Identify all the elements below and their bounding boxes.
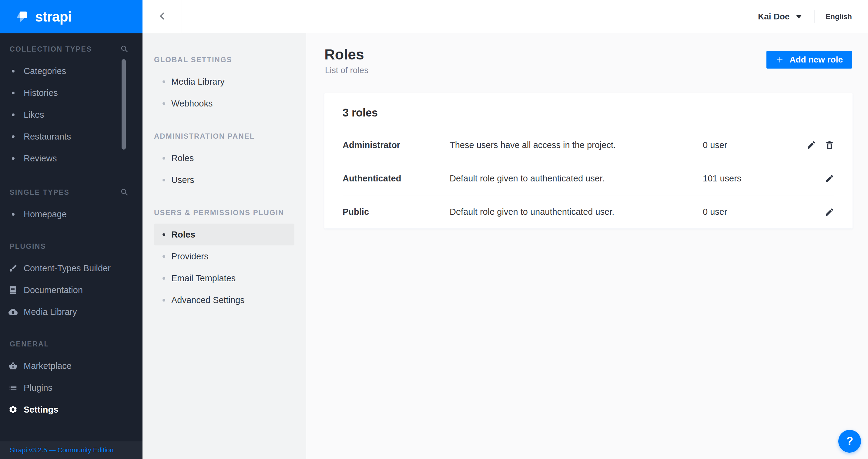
sidebar-item-label: Histories bbox=[24, 88, 58, 98]
sidebar-item-label: Content-Types Builder bbox=[24, 263, 111, 273]
section-label: ADMINISTRATION PANEL bbox=[154, 132, 255, 140]
sidebar-item-content-types-builder[interactable]: Content-Types Builder bbox=[0, 257, 143, 279]
delete-role-button[interactable] bbox=[825, 140, 834, 150]
sidebar-item-restaurants[interactable]: Restaurants bbox=[0, 125, 143, 147]
bullet-icon bbox=[12, 92, 14, 94]
section-label: GENERAL bbox=[10, 340, 129, 348]
role-name: Authenticated bbox=[343, 174, 450, 183]
question-mark-icon: ? bbox=[846, 435, 853, 448]
role-row-authenticated[interactable]: Authenticated Default role given to auth… bbox=[343, 162, 834, 195]
role-name: Public bbox=[343, 207, 450, 217]
sidebar-item-homepage[interactable]: Homepage bbox=[0, 203, 143, 225]
book-icon bbox=[8, 285, 18, 294]
sidebar-item-label: Settings bbox=[24, 405, 58, 415]
bullet-icon bbox=[162, 299, 165, 302]
settings-item-email-templates[interactable]: Email Templates bbox=[154, 267, 294, 289]
settings-item-webhooks[interactable]: Webhooks bbox=[154, 92, 294, 114]
role-user-count: 101 users bbox=[703, 174, 816, 183]
role-row-public[interactable]: Public Default role given to unauthentic… bbox=[343, 195, 834, 228]
help-button[interactable]: ? bbox=[838, 430, 861, 453]
header-right: Kai Doe English bbox=[758, 0, 868, 33]
trash-icon bbox=[825, 140, 834, 150]
language-selector[interactable]: English bbox=[826, 12, 852, 21]
search-icon[interactable] bbox=[120, 188, 129, 197]
section-label: COLLECTION TYPES bbox=[10, 45, 120, 53]
chevron-down-icon bbox=[796, 15, 802, 19]
edit-role-button[interactable] bbox=[806, 140, 816, 150]
settings-item-label: Media Library bbox=[171, 77, 225, 87]
settings-item-label: Providers bbox=[171, 252, 209, 261]
sidebar-item-label: Reviews bbox=[24, 153, 57, 164]
version-link[interactable]: Strapi v3.2.5 — Community Edition bbox=[10, 446, 114, 454]
user-name: Kai Doe bbox=[758, 12, 789, 22]
settings-sidebar: GLOBAL SETTINGS Media Library Webhooks A… bbox=[143, 33, 306, 459]
bullet-icon bbox=[162, 80, 165, 83]
sidebar-item-categories[interactable]: Categories bbox=[0, 60, 143, 82]
section-collection-types: COLLECTION TYPES bbox=[0, 38, 143, 60]
settings-item-label: Roles bbox=[171, 230, 195, 240]
bullet-icon bbox=[12, 70, 14, 73]
user-menu[interactable]: Kai Doe bbox=[758, 12, 802, 22]
sidebar-item-label: Categories bbox=[24, 66, 66, 76]
settings-item-admin-users[interactable]: Users bbox=[154, 169, 294, 191]
top-header: strapi Kai Doe English bbox=[0, 0, 868, 33]
role-user-count: 0 user bbox=[703, 207, 816, 217]
edit-role-button[interactable] bbox=[825, 207, 834, 217]
section-label: PLUGINS bbox=[10, 242, 129, 251]
sidebar-item-likes[interactable]: Likes bbox=[0, 104, 143, 125]
section-label: USERS & PERMISSIONS PLUGIN bbox=[154, 208, 284, 217]
main-sidebar: COLLECTION TYPES Categories Histories Li… bbox=[0, 33, 143, 459]
section-label: GLOBAL SETTINGS bbox=[154, 56, 232, 64]
settings-item-providers[interactable]: Providers bbox=[154, 246, 294, 267]
sidebar-item-documentation[interactable]: Documentation bbox=[0, 279, 143, 301]
sidebar-item-marketplace[interactable]: Marketplace bbox=[0, 355, 143, 377]
settings-item-up-roles[interactable]: Roles bbox=[154, 224, 294, 246]
sidebar-item-reviews[interactable]: Reviews bbox=[0, 147, 143, 169]
bullet-icon bbox=[162, 179, 165, 181]
page-title: Roles bbox=[324, 46, 364, 63]
section-general: GENERAL bbox=[0, 333, 143, 355]
brush-icon bbox=[8, 264, 18, 273]
section-plugins: PLUGINS bbox=[0, 235, 143, 257]
settings-item-label: Email Templates bbox=[171, 273, 236, 283]
pencil-icon bbox=[806, 140, 816, 150]
role-description: Default role given to unauthenticated us… bbox=[450, 207, 703, 217]
scrollbar-thumb[interactable] bbox=[122, 59, 126, 149]
bullet-icon bbox=[12, 113, 14, 116]
add-new-role-button[interactable]: Add new role bbox=[767, 51, 852, 68]
settings-item-advanced-settings[interactable]: Advanced Settings bbox=[154, 289, 294, 311]
sidebar-item-label: Homepage bbox=[24, 209, 67, 219]
gear-icon bbox=[8, 405, 18, 414]
settings-item-label: Users bbox=[171, 175, 194, 185]
settings-item-admin-roles[interactable]: Roles bbox=[154, 147, 294, 169]
section-administration-panel: ADMINISTRATION PANEL bbox=[143, 125, 306, 147]
sidebar-item-label: Media Library bbox=[24, 307, 77, 317]
pencil-icon bbox=[825, 174, 834, 183]
section-global-settings: GLOBAL SETTINGS bbox=[143, 49, 306, 71]
bullet-icon bbox=[12, 135, 14, 138]
role-description: Default role given to authenticated user… bbox=[450, 174, 703, 183]
roles-count: 3 roles bbox=[343, 93, 834, 128]
header-divider bbox=[814, 10, 815, 23]
search-icon[interactable] bbox=[120, 45, 129, 54]
settings-item-media-library[interactable]: Media Library bbox=[154, 71, 294, 92]
role-row-administrator[interactable]: Administrator These users have all acces… bbox=[343, 128, 834, 162]
bullet-icon bbox=[162, 277, 165, 280]
brand-name: strapi bbox=[35, 8, 71, 25]
sidebar-item-label: Plugins bbox=[24, 383, 53, 393]
bullet-icon bbox=[162, 157, 165, 160]
role-description: These users have all access in the proje… bbox=[450, 140, 703, 150]
edit-role-button[interactable] bbox=[825, 174, 834, 183]
strapi-logo-icon bbox=[16, 9, 29, 24]
sidebar-item-media-library[interactable]: Media Library bbox=[0, 301, 143, 323]
section-users-permissions-plugin: USERS & PERMISSIONS PLUGIN bbox=[143, 202, 306, 224]
settings-item-label: Webhooks bbox=[171, 98, 213, 109]
sidebar-item-histories[interactable]: Histories bbox=[0, 82, 143, 104]
sidebar-footer: Strapi v3.2.5 — Community Edition bbox=[0, 441, 143, 459]
sidebar-item-settings[interactable]: Settings bbox=[0, 399, 143, 421]
sidebar-item-plugins[interactable]: Plugins bbox=[0, 377, 143, 399]
list-icon bbox=[8, 383, 18, 392]
collapse-menu-button[interactable] bbox=[143, 0, 182, 33]
bullet-icon bbox=[12, 157, 14, 160]
sidebar-item-label: Documentation bbox=[24, 285, 83, 295]
